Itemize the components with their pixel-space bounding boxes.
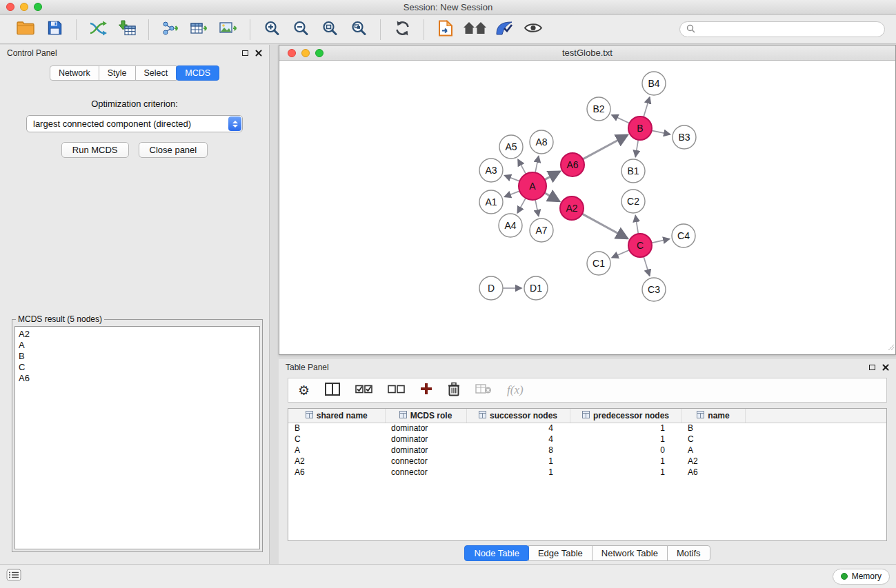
tab-select[interactable]: Select <box>135 65 177 81</box>
first-neighbors-button[interactable] <box>434 18 457 41</box>
tab-style[interactable]: Style <box>99 65 136 81</box>
save-session-button[interactable] <box>43 18 66 41</box>
list-item[interactable]: B <box>19 351 256 362</box>
graph-node-A4[interactable]: A4 <box>499 214 522 237</box>
graph-node-C1[interactable]: C1 <box>587 252 610 275</box>
apply-preferred-layout-button[interactable] <box>390 18 414 41</box>
graph-node-B[interactable]: B <box>628 116 652 140</box>
minimize-window-button[interactable] <box>20 3 28 11</box>
graph-edge-A-A7[interactable] <box>535 200 539 216</box>
graph-edge-C-C4[interactable] <box>652 239 670 243</box>
graph-edge-A-A8[interactable] <box>535 156 539 173</box>
import-table-button[interactable] <box>115 18 139 41</box>
table-row[interactable]: A2connector11A2 <box>288 456 886 467</box>
import-network-button[interactable] <box>86 18 110 41</box>
graph-node-C3[interactable]: C3 <box>642 278 666 301</box>
add-column-button[interactable] <box>420 380 432 401</box>
column-header-mcds-role[interactable]: MCDS role <box>385 409 466 423</box>
zoom-fit-button[interactable] <box>318 18 341 41</box>
graph-node-A[interactable]: A <box>519 172 546 200</box>
zoom-selected-button[interactable] <box>347 18 370 41</box>
close-panel-icon[interactable] <box>255 50 262 57</box>
run-mcds-button[interactable]: Run MCDS <box>61 142 129 158</box>
graph-node-A6[interactable]: A6 <box>561 153 584 176</box>
graph-node-A7[interactable]: A7 <box>530 219 553 242</box>
cybrowser-home-button[interactable] <box>463 18 487 41</box>
task-history-button[interactable] <box>6 566 21 587</box>
graph-node-A1[interactable]: A1 <box>479 190 503 214</box>
column-header-shared-name[interactable]: shared name <box>288 409 385 423</box>
graph-edge-A-A2[interactable] <box>544 193 559 201</box>
minimize-network-button[interactable] <box>301 49 310 57</box>
graph-node-B4[interactable]: B4 <box>642 72 666 95</box>
memory-button[interactable]: Memory <box>833 569 890 585</box>
table-row[interactable]: Cdominator41C <box>288 434 886 445</box>
list-item[interactable]: A6 <box>19 373 256 384</box>
graph-node-B2[interactable]: B2 <box>587 97 610 121</box>
graph-edge-A-A5[interactable] <box>518 159 526 174</box>
delete-table-button[interactable] <box>475 380 492 401</box>
vertical-splitter[interactable] <box>270 45 279 564</box>
tab-edge-table[interactable]: Edge Table <box>528 545 593 561</box>
split-column-button[interactable] <box>325 380 340 401</box>
graph-node-C[interactable]: C <box>628 234 652 257</box>
fullscreen-window-button[interactable] <box>34 3 42 11</box>
graph-node-B3[interactable]: B3 <box>673 125 696 149</box>
graph-node-B1[interactable]: B1 <box>621 159 645 183</box>
column-header-predecessor-nodes[interactable]: predecessor nodes <box>570 409 681 423</box>
export-image-button[interactable] <box>217 18 240 41</box>
graph-node-A2[interactable]: A2 <box>560 196 584 220</box>
search-input[interactable] <box>699 25 878 34</box>
network-graph[interactable]: B4B2BB3A8A5A6A3B1AC2A1A2A4A7C4CC1C3DD1 <box>279 61 895 354</box>
list-item[interactable]: A2 <box>19 329 256 340</box>
graph-edge-A-A4[interactable] <box>517 198 526 212</box>
close-table-panel-icon[interactable] <box>882 364 889 371</box>
column-header-name[interactable]: name <box>681 409 745 423</box>
graph-node-C4[interactable]: C4 <box>672 224 695 247</box>
float-panel-icon[interactable] <box>242 50 248 56</box>
table-row[interactable]: Bdominator41B <box>288 423 886 434</box>
graph-edge-A-A6[interactable] <box>545 172 560 180</box>
float-table-panel-icon[interactable] <box>869 365 875 370</box>
graph-edge-C-C3[interactable] <box>644 256 650 276</box>
list-item[interactable]: C <box>19 362 256 373</box>
tab-motifs[interactable]: Motifs <box>667 545 710 561</box>
zoom-in-button[interactable] <box>260 18 283 41</box>
close-panel-button[interactable]: Close panel <box>139 142 208 158</box>
list-item[interactable]: A <box>19 340 256 351</box>
graph-edge-B-B1[interactable] <box>635 140 638 156</box>
optimization-criterion-dropdown[interactable]: largest connected component (directed) <box>26 115 243 132</box>
show-graphics-details-button[interactable] <box>492 18 516 41</box>
resize-handle[interactable] <box>886 341 895 354</box>
open-session-button[interactable] <box>14 18 37 41</box>
graph-node-A5[interactable]: A5 <box>499 135 523 159</box>
mcds-result-list[interactable]: A2ABCA6 <box>14 326 260 549</box>
close-network-button[interactable] <box>288 49 296 57</box>
graph-node-D[interactable]: D <box>479 276 503 300</box>
table-row[interactable]: Adominator80A <box>288 445 886 456</box>
zoom-network-button[interactable] <box>315 49 323 57</box>
graph-edge-B-B4[interactable] <box>644 97 650 117</box>
tab-network-table[interactable]: Network Table <box>592 545 668 561</box>
tab-node-table[interactable]: Node Table <box>464 545 529 561</box>
select-all-button[interactable] <box>355 380 372 401</box>
search-box[interactable] <box>679 21 885 37</box>
tab-network[interactable]: Network <box>50 65 99 81</box>
graph-edge-C-C1[interactable] <box>612 250 629 258</box>
function-builder-button[interactable]: f(x) <box>507 380 524 401</box>
column-header-successor-nodes[interactable]: successor nodes <box>466 409 570 423</box>
graph-node-D1[interactable]: D1 <box>524 276 548 300</box>
graph-edge-A-A3[interactable] <box>505 176 520 181</box>
graph-edge-B-B2[interactable] <box>612 115 630 123</box>
graph-node-A8[interactable]: A8 <box>530 130 553 154</box>
graph-edge-A2-C[interactable] <box>582 214 628 239</box>
graph-edge-A6-B[interactable] <box>583 135 628 159</box>
graph-edge-A-A1[interactable] <box>505 191 520 196</box>
tab-mcds[interactable]: MCDS <box>176 65 219 81</box>
close-window-button[interactable] <box>6 3 14 11</box>
deselect-all-button[interactable] <box>388 380 405 401</box>
graph-node-C2[interactable]: C2 <box>621 190 645 213</box>
graph-node-A3[interactable]: A3 <box>479 159 503 182</box>
graph-edge-C-C2[interactable] <box>635 216 638 234</box>
delete-column-button[interactable] <box>448 380 460 401</box>
